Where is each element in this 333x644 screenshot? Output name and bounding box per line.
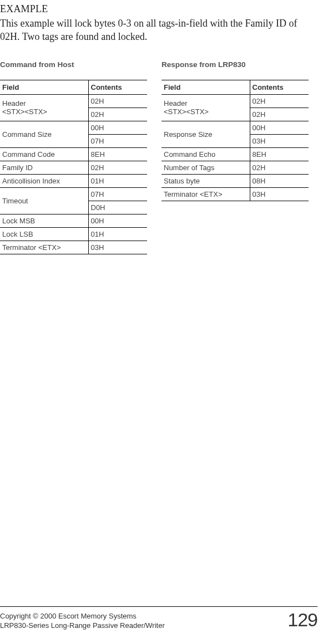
cell-contents: 03H [250,134,309,147]
page-footer: Copyright © 2000 Escort Memory Systems L… [0,606,317,631]
cell-contents: 00H [88,121,147,134]
cell-contents: 08H [250,174,309,187]
cell-contents: 02H [88,94,147,108]
cell-field: Command Echo [162,147,250,161]
table-row: Header<STX><STX>02H [0,94,147,108]
command-from-host-table: Field Contents Header<STX><STX>02H02HCom… [0,80,147,254]
cell-contents: 02H [250,94,309,108]
example-heading: EXAMPLE [0,3,317,15]
footer-copyright: Copyright © 2000 Escort Memory Systems [0,611,165,621]
cell-field: Header<STX><STX> [0,94,88,121]
command-from-host-title: Command from Host [0,60,147,69]
intro-paragraph: This example will lock bytes 0-3 on all … [0,17,311,44]
page-number: 129 [287,609,317,631]
th-field: Field [162,80,250,94]
table-row: Lock MSB00H [0,214,147,227]
cell-field: Command Size [0,121,88,147]
th-contents: Contents [250,80,309,94]
table-row: Header<STX><STX>02H [162,94,309,108]
table-row: Command Echo8EH [162,147,309,161]
cell-contents: D0H [88,201,147,214]
cell-field: Status byte [162,174,250,187]
cell-field: Anticollision Index [0,174,88,187]
cell-field: Terminator <ETX> [162,187,250,201]
footer-product: LRP830-Series Long-Range Passive Reader/… [0,621,165,631]
footer-rule [0,606,317,607]
table-row: Lock LSB01H [0,227,147,241]
cell-field: Number of Tags [162,161,250,174]
cell-contents: 03H [88,241,147,254]
response-from-lrp830-title: Response from LRP830 [162,60,309,69]
th-field: Field [0,80,88,94]
table-row: Family ID02H [0,161,147,174]
cell-field: Timeout [0,187,88,214]
cell-contents: 02H [88,108,147,121]
cell-field: Command Code [0,147,88,161]
cell-field: Response Size [162,121,250,147]
cell-contents: 8EH [250,147,309,161]
table-row: Number of Tags02H [162,161,309,174]
cell-contents: 02H [250,161,309,174]
table-row: Anticollision Index01H [0,174,147,187]
page: EXAMPLE This example will lock bytes 0-3… [0,0,333,644]
two-columns: Command from Host Field Contents Header<… [0,60,317,254]
table-row: Response Size00H [162,121,309,134]
table-row: Terminator <ETX>03H [162,187,309,201]
cell-contents: 01H [88,227,147,241]
table-row: Command Size00H [0,121,147,134]
table-row: Terminator <ETX>03H [0,241,147,254]
cell-contents: 02H [88,161,147,174]
table-row: Timeout07H [0,187,147,201]
response-from-lrp830-column: Response from LRP830 Field Contents Head… [162,60,309,254]
cell-contents: 00H [250,121,309,134]
cell-contents: 8EH [88,147,147,161]
cell-contents: 00H [88,214,147,227]
table-row: Command Code8EH [0,147,147,161]
cell-field: Header<STX><STX> [162,94,250,121]
cell-contents: 07H [88,134,147,147]
response-from-lrp830-table: Field Contents Header<STX><STX>02H02HRes… [162,80,309,201]
cell-field: Terminator <ETX> [0,241,88,254]
footer-text: Copyright © 2000 Escort Memory Systems L… [0,611,165,631]
cell-contents: 03H [250,187,309,201]
table-row: Status byte08H [162,174,309,187]
th-contents: Contents [88,80,147,94]
cell-field: Lock MSB [0,214,88,227]
cell-field: Lock LSB [0,227,88,241]
command-from-host-column: Command from Host Field Contents Header<… [0,60,147,254]
cell-contents: 07H [88,187,147,201]
cell-contents: 01H [88,174,147,187]
cell-field: Family ID [0,161,88,174]
cell-contents: 02H [250,108,309,121]
